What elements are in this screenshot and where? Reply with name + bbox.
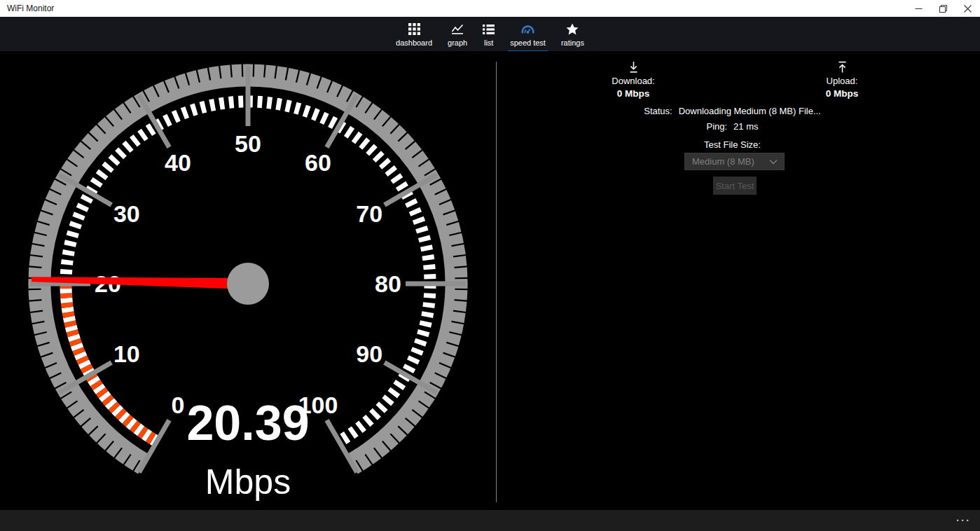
file-size-label: Test File Size: — [704, 139, 761, 150]
gauge-scale-label: 50 — [235, 130, 261, 157]
gauge-scale-label: 10 — [113, 340, 140, 367]
gauge-scale-label: 30 — [113, 200, 140, 227]
chevron-down-icon — [769, 159, 778, 165]
tab-label-graph: graph — [448, 39, 467, 47]
tab-label-ratings: ratings — [561, 39, 584, 47]
upload-label: Upload: — [803, 76, 881, 86]
tab-dashboard[interactable]: dashboard — [388, 17, 440, 51]
gauge-scale-label: 0 — [172, 392, 185, 418]
minimize-icon — [915, 5, 923, 13]
app-title: WiFi Monitor — [0, 0, 54, 17]
start-test-button[interactable]: Start Test — [713, 177, 757, 195]
restore-button[interactable] — [931, 0, 955, 17]
gauge-scale-label: 40 — [165, 149, 191, 176]
file-size-label-row: Test File Size: — [496, 139, 969, 150]
tab-speed-test[interactable]: speed test — [502, 17, 553, 51]
gauge-reading: 20.39 — [186, 396, 309, 450]
close-button[interactable] — [955, 0, 980, 17]
tab-label-speed-test: speed test — [510, 39, 546, 47]
close-icon — [964, 5, 972, 13]
list-icon — [483, 22, 495, 36]
file-size-dropdown[interactable]: Medium (8 MB) — [684, 153, 785, 170]
window-controls — [906, 0, 980, 17]
line-chart-icon — [451, 22, 464, 36]
status-label: Status: — [644, 106, 672, 116]
gauge-unit-label: Mbps — [205, 462, 291, 502]
restore-icon — [939, 5, 947, 13]
titlebar: WiFi Monitor — [0, 0, 980, 17]
download-icon — [595, 61, 672, 74]
gauge-scale-label: 90 — [356, 340, 382, 367]
download-label: Download: — [595, 76, 672, 86]
gauge-scale-label: 60 — [305, 149, 331, 176]
status-value: Downloading Medium (8 MB) File... — [679, 106, 821, 116]
gauge-area: 0102030405060708090100 20.39 Mbps — [0, 51, 496, 510]
speed-gauge: 0102030405060708090100 20.39 Mbps — [0, 51, 496, 510]
gauge-scale-label: 70 — [356, 200, 382, 227]
app-window: WiFi Monitor — [0, 0, 980, 531]
tab-graph[interactable]: graph — [440, 17, 475, 51]
dashboard-grid-icon — [408, 22, 420, 36]
minimize-button[interactable] — [906, 0, 931, 17]
ping-value: 21 ms — [733, 121, 758, 132]
gauge-hub — [227, 263, 269, 305]
command-bar: ··· — [0, 510, 980, 531]
more-button[interactable]: ··· — [947, 510, 980, 531]
upload-value: 0 Mbps — [803, 88, 881, 99]
file-size-selected-value: Medium (8 MB) — [692, 156, 754, 167]
tab-label-list: list — [484, 39, 493, 47]
gauge-scale-label: 80 — [375, 270, 401, 297]
tab-label-dashboard: dashboard — [396, 39, 432, 47]
ping-row: Ping:21 ms — [496, 121, 969, 132]
tab-ratings[interactable]: ratings — [553, 17, 592, 51]
download-block: Download: 0 Mbps — [595, 61, 672, 99]
speedometer-icon — [521, 22, 534, 36]
tab-list[interactable]: list — [475, 17, 502, 51]
status-row: Status:Downloading Medium (8 MB) File... — [496, 106, 969, 116]
ping-label: Ping: — [706, 121, 727, 132]
upload-block: Upload: 0 Mbps — [803, 61, 881, 99]
star-icon — [566, 22, 579, 36]
main-content: 0102030405060708090100 20.39 Mbps Downlo… — [0, 51, 980, 510]
download-value: 0 Mbps — [595, 88, 672, 99]
upload-icon — [803, 61, 881, 74]
nav-bar: dashboard graph list — [0, 17, 980, 51]
speed-test-panel: Download: 0 Mbps Upload: 0 Mbps Status:D… — [496, 51, 980, 510]
